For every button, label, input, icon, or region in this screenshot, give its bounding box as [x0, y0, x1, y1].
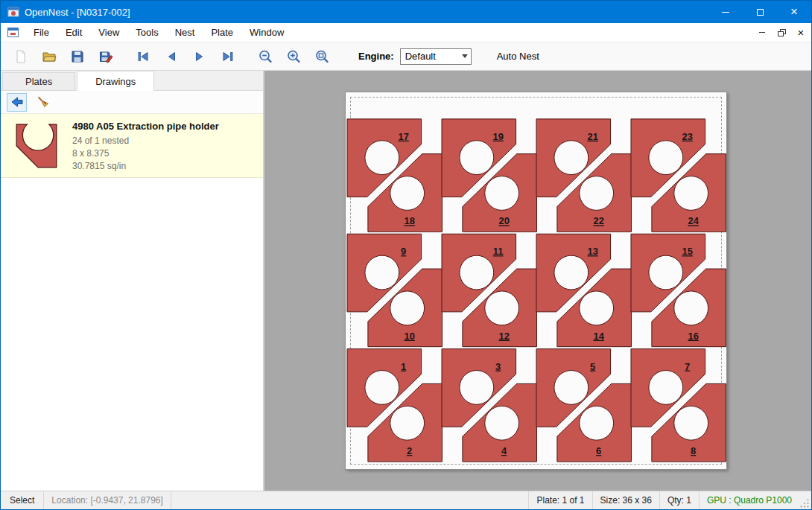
- status-plate: Plate: 1 of 1: [528, 491, 591, 509]
- nest-canvas[interactable]: 171819202122232491011121314151612345678: [264, 71, 811, 491]
- new-button[interactable]: [10, 45, 32, 68]
- part-hole: [390, 291, 425, 325]
- nest-pair[interactable]: 2324: [631, 119, 726, 232]
- part-hole: [460, 371, 494, 405]
- nest-pair[interactable]: 56: [536, 349, 631, 462]
- part-thumbnail: [1, 123, 72, 169]
- part-number: 23: [682, 131, 693, 142]
- nest-pair[interactable]: 78: [631, 349, 726, 462]
- app-icon: [7, 6, 19, 18]
- part-hole: [365, 141, 399, 175]
- plate[interactable]: 171819202122232491011121314151612345678: [345, 92, 727, 470]
- menu-edit[interactable]: Edit: [57, 23, 90, 42]
- mdi-minimize-button[interactable]: [753, 25, 771, 40]
- plate-parts[interactable]: 171819202122232491011121314151612345678: [346, 92, 726, 469]
- zoom-in-button[interactable]: [282, 45, 305, 68]
- mdi-minimize-icon: [759, 32, 765, 33]
- part-number: 20: [498, 215, 509, 226]
- part-hole: [390, 176, 425, 211]
- drawings-toolbar: [1, 91, 263, 114]
- nav-first-button[interactable]: [132, 45, 154, 68]
- zoom-out-button[interactable]: [254, 45, 276, 68]
- part-number: 15: [682, 246, 693, 257]
- menu-file[interactable]: File: [25, 23, 57, 42]
- nav-last-icon: [221, 49, 235, 64]
- part-number: 24: [688, 215, 699, 226]
- menu-nest[interactable]: Nest: [167, 23, 203, 42]
- engine-value: Default: [401, 51, 459, 62]
- zoom-fit-icon: [314, 49, 329, 64]
- maximize-button[interactable]: [743, 1, 777, 23]
- part-number: 18: [404, 215, 414, 226]
- mdi-restore-button[interactable]: [773, 25, 790, 40]
- close-icon: [790, 5, 798, 19]
- main-toolbar: Engine: Default Auto Nest: [1, 42, 811, 71]
- part-hole: [460, 255, 494, 290]
- nav-prev-button[interactable]: [160, 45, 183, 68]
- nest-pair[interactable]: 12: [347, 349, 442, 462]
- part-number: 6: [596, 445, 601, 456]
- nest-pair[interactable]: 2122: [536, 119, 631, 232]
- menu-plate[interactable]: Plate: [203, 23, 241, 42]
- save-as-icon: [98, 49, 113, 64]
- part-hole: [580, 406, 614, 440]
- maximize-icon: [757, 9, 764, 16]
- drawing-list: 4980 A05 Extraction pipe holder 24 of 1 …: [1, 114, 263, 491]
- zoom-fit-button[interactable]: [311, 45, 333, 68]
- main-area: Plates Drawings 4980 A05 Extraction pip: [1, 71, 811, 491]
- resize-grip[interactable]: [799, 491, 811, 510]
- part-number: 19: [493, 131, 504, 142]
- part-number: 5: [590, 361, 595, 372]
- menu-window[interactable]: Window: [241, 23, 292, 42]
- part-hole: [365, 255, 399, 290]
- nav-next-button[interactable]: [188, 45, 211, 68]
- part-number: 22: [593, 215, 603, 226]
- document-icon: [7, 28, 19, 37]
- nest-pair[interactable]: 34: [442, 349, 536, 462]
- part-hole: [649, 141, 683, 175]
- app-window: OpenNest - [N0317-002] File Edit View To…: [0, 0, 812, 510]
- part-hole: [554, 255, 589, 290]
- part-number: 10: [404, 331, 414, 342]
- nest-pair[interactable]: 910: [347, 234, 442, 346]
- minimize-button[interactable]: [708, 1, 743, 23]
- part-hole: [554, 371, 589, 405]
- nav-first-icon: [136, 49, 150, 64]
- window-title: OpenNest - [N0317-002]: [25, 7, 708, 18]
- part-number: 2: [407, 445, 412, 456]
- save-icon: [70, 49, 85, 64]
- nest-pair[interactable]: 1314: [536, 234, 631, 346]
- zoom-in-icon: [286, 49, 301, 64]
- resize-grip-icon: [800, 499, 810, 509]
- part-hole: [485, 176, 519, 211]
- nest-pair[interactable]: 1718: [347, 119, 442, 232]
- auto-nest-button[interactable]: Auto Nest: [491, 48, 545, 65]
- menu-tools[interactable]: Tools: [127, 23, 166, 42]
- tab-plates[interactable]: Plates: [2, 72, 75, 90]
- nav-last-button[interactable]: [217, 45, 239, 68]
- nest-pair[interactable]: 1920: [442, 119, 536, 232]
- send-to-plate-button[interactable]: [7, 93, 27, 112]
- broom-icon: [37, 95, 50, 109]
- clean-button[interactable]: [33, 93, 53, 112]
- menu-view[interactable]: View: [90, 23, 127, 42]
- nest-pair[interactable]: 1516: [631, 234, 726, 346]
- part-number: 11: [493, 246, 504, 257]
- save-button[interactable]: [66, 45, 89, 68]
- engine-select[interactable]: Default: [400, 48, 472, 65]
- open-button[interactable]: [38, 45, 60, 68]
- drawing-list-item[interactable]: 4980 A05 Extraction pipe holder 24 of 1 …: [1, 114, 263, 178]
- part-number: 16: [688, 331, 698, 342]
- status-location: Location: [-0.9437, 21.8796]: [44, 491, 171, 509]
- part-hole: [390, 406, 425, 440]
- save-as-button[interactable]: [95, 45, 117, 68]
- nest-pair[interactable]: 1112: [442, 234, 536, 346]
- close-button[interactable]: [777, 1, 811, 23]
- mdi-close-button[interactable]: [792, 25, 810, 40]
- drawing-nested-count: 24 of 1 nested: [72, 135, 263, 147]
- panel-tabs: Plates Drawings: [1, 71, 263, 91]
- left-panel: Plates Drawings 4980 A05 Extraction pip: [1, 71, 263, 491]
- minimize-icon: [722, 12, 729, 13]
- part-hole: [365, 371, 399, 405]
- tab-drawings[interactable]: Drawings: [77, 71, 154, 91]
